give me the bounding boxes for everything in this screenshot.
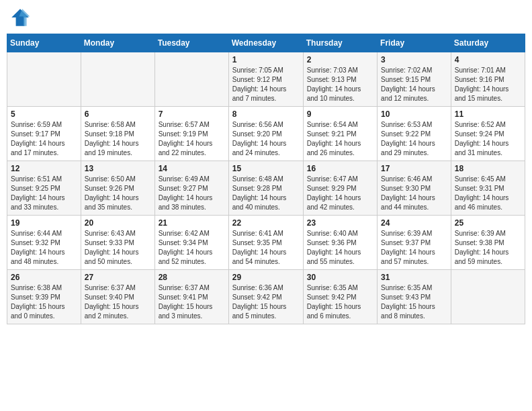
day-number: 11 bbox=[455, 109, 521, 119]
day-number: 15 bbox=[232, 164, 300, 173]
day-number: 26 bbox=[11, 273, 77, 282]
calendar-cell: 3Sunrise: 7:02 AMSunset: 9:15 PMDaylight… bbox=[378, 52, 451, 107]
calendar-cell: 22Sunrise: 6:41 AMSunset: 9:35 PMDayligh… bbox=[228, 216, 303, 270]
calendar-cell: 23Sunrise: 6:40 AMSunset: 9:36 PMDayligh… bbox=[303, 216, 377, 270]
calendar-body: 1Sunrise: 7:05 AMSunset: 9:12 PMDaylight… bbox=[7, 52, 525, 324]
week-row-1: 1Sunrise: 7:05 AMSunset: 9:12 PMDaylight… bbox=[7, 52, 525, 107]
day-number: 27 bbox=[85, 273, 151, 282]
calendar-cell: 26Sunrise: 6:38 AMSunset: 9:39 PMDayligh… bbox=[7, 270, 81, 324]
calendar-header: SundayMondayTuesdayWednesdayThursdayFrid… bbox=[7, 34, 525, 52]
calendar-cell bbox=[7, 52, 81, 107]
logo bbox=[9, 7, 34, 28]
week-row-2: 5Sunrise: 6:59 AMSunset: 9:17 PMDaylight… bbox=[7, 107, 525, 161]
calendar-cell bbox=[451, 270, 525, 324]
day-content: Sunrise: 6:58 AMSunset: 9:18 PMDaylight:… bbox=[85, 120, 151, 158]
day-number: 5 bbox=[11, 109, 77, 119]
calendar-cell: 20Sunrise: 6:43 AMSunset: 9:33 PMDayligh… bbox=[81, 216, 154, 270]
calendar-cell: 9Sunrise: 6:54 AMSunset: 9:21 PMDaylight… bbox=[303, 107, 377, 161]
header-day-wednesday: Wednesday bbox=[228, 34, 303, 52]
day-number: 23 bbox=[307, 218, 373, 228]
calendar-cell: 10Sunrise: 6:53 AMSunset: 9:22 PMDayligh… bbox=[378, 107, 451, 161]
day-content: Sunrise: 6:37 AMSunset: 9:40 PMDaylight:… bbox=[85, 283, 151, 321]
calendar-cell: 19Sunrise: 6:44 AMSunset: 9:32 PMDayligh… bbox=[7, 216, 81, 270]
day-content: Sunrise: 6:35 AMSunset: 9:43 PMDaylight:… bbox=[381, 283, 447, 321]
day-content: Sunrise: 6:35 AMSunset: 9:42 PMDaylight:… bbox=[307, 283, 373, 321]
day-number: 13 bbox=[85, 164, 151, 173]
calendar-cell: 2Sunrise: 7:03 AMSunset: 9:13 PMDaylight… bbox=[303, 52, 377, 107]
day-content: Sunrise: 6:40 AMSunset: 9:36 PMDaylight:… bbox=[307, 229, 373, 267]
day-number: 10 bbox=[381, 109, 447, 119]
day-number: 8 bbox=[232, 109, 300, 119]
day-number: 12 bbox=[11, 164, 77, 173]
header-day-tuesday: Tuesday bbox=[154, 34, 228, 52]
day-content: Sunrise: 6:59 AMSunset: 9:17 PMDaylight:… bbox=[11, 120, 77, 158]
calendar-cell: 7Sunrise: 6:57 AMSunset: 9:19 PMDaylight… bbox=[154, 107, 228, 161]
calendar-cell: 5Sunrise: 6:59 AMSunset: 9:17 PMDaylight… bbox=[7, 107, 81, 161]
day-number: 28 bbox=[159, 273, 225, 282]
calendar-cell: 16Sunrise: 6:47 AMSunset: 9:29 PMDayligh… bbox=[303, 161, 377, 216]
calendar-cell: 18Sunrise: 6:45 AMSunset: 9:31 PMDayligh… bbox=[451, 161, 525, 216]
header-day-thursday: Thursday bbox=[303, 34, 377, 52]
day-content: Sunrise: 7:01 AMSunset: 9:16 PMDaylight:… bbox=[455, 66, 521, 103]
header-day-saturday: Saturday bbox=[451, 34, 525, 52]
calendar-cell: 31Sunrise: 6:35 AMSunset: 9:43 PMDayligh… bbox=[378, 270, 451, 324]
calendar-cell: 17Sunrise: 6:46 AMSunset: 9:30 PMDayligh… bbox=[378, 161, 451, 216]
calendar-cell: 13Sunrise: 6:50 AMSunset: 9:26 PMDayligh… bbox=[81, 161, 154, 216]
day-number: 19 bbox=[11, 218, 77, 228]
day-number: 4 bbox=[455, 55, 521, 64]
day-content: Sunrise: 6:49 AMSunset: 9:27 PMDaylight:… bbox=[159, 175, 225, 212]
week-row-5: 26Sunrise: 6:38 AMSunset: 9:39 PMDayligh… bbox=[7, 270, 525, 324]
day-content: Sunrise: 6:38 AMSunset: 9:39 PMDaylight:… bbox=[11, 283, 77, 321]
header-row: SundayMondayTuesdayWednesdayThursdayFrid… bbox=[7, 34, 525, 52]
day-number: 20 bbox=[85, 218, 151, 228]
day-content: Sunrise: 6:41 AMSunset: 9:35 PMDaylight:… bbox=[232, 229, 300, 267]
day-content: Sunrise: 6:50 AMSunset: 9:26 PMDaylight:… bbox=[85, 175, 151, 212]
calendar-cell: 21Sunrise: 6:42 AMSunset: 9:34 PMDayligh… bbox=[154, 216, 228, 270]
week-row-4: 19Sunrise: 6:44 AMSunset: 9:32 PMDayligh… bbox=[7, 216, 525, 270]
day-number: 30 bbox=[307, 273, 373, 282]
calendar-cell: 30Sunrise: 6:35 AMSunset: 9:42 PMDayligh… bbox=[303, 270, 377, 324]
day-content: Sunrise: 6:46 AMSunset: 9:30 PMDaylight:… bbox=[381, 175, 447, 212]
day-number: 17 bbox=[381, 164, 447, 173]
day-number: 6 bbox=[85, 109, 151, 119]
calendar-table: SundayMondayTuesdayWednesdayThursdayFrid… bbox=[7, 34, 525, 324]
calendar-cell: 24Sunrise: 6:39 AMSunset: 9:37 PMDayligh… bbox=[378, 216, 451, 270]
calendar-cell bbox=[154, 52, 228, 107]
logo-icon bbox=[9, 7, 31, 28]
day-content: Sunrise: 7:05 AMSunset: 9:12 PMDaylight:… bbox=[232, 66, 300, 103]
day-content: Sunrise: 6:48 AMSunset: 9:28 PMDaylight:… bbox=[232, 175, 300, 212]
day-content: Sunrise: 6:37 AMSunset: 9:41 PMDaylight:… bbox=[159, 283, 225, 321]
day-number: 7 bbox=[159, 109, 225, 119]
day-content: Sunrise: 6:52 AMSunset: 9:24 PMDaylight:… bbox=[455, 120, 521, 158]
day-number: 18 bbox=[455, 164, 521, 173]
day-content: Sunrise: 7:02 AMSunset: 9:15 PMDaylight:… bbox=[381, 66, 447, 103]
week-row-3: 12Sunrise: 6:51 AMSunset: 9:25 PMDayligh… bbox=[7, 161, 525, 216]
header-day-monday: Monday bbox=[81, 34, 154, 52]
calendar-cell bbox=[81, 52, 154, 107]
calendar-cell: 1Sunrise: 7:05 AMSunset: 9:12 PMDaylight… bbox=[228, 52, 303, 107]
calendar-cell: 8Sunrise: 6:56 AMSunset: 9:20 PMDaylight… bbox=[228, 107, 303, 161]
calendar-cell: 28Sunrise: 6:37 AMSunset: 9:41 PMDayligh… bbox=[154, 270, 228, 324]
day-content: Sunrise: 6:45 AMSunset: 9:31 PMDaylight:… bbox=[455, 175, 521, 212]
day-number: 16 bbox=[307, 164, 373, 173]
header-day-sunday: Sunday bbox=[7, 34, 81, 52]
day-content: Sunrise: 6:42 AMSunset: 9:34 PMDaylight:… bbox=[159, 229, 225, 267]
day-content: Sunrise: 6:51 AMSunset: 9:25 PMDaylight:… bbox=[11, 175, 77, 212]
day-content: Sunrise: 6:57 AMSunset: 9:19 PMDaylight:… bbox=[159, 120, 225, 158]
calendar-cell: 12Sunrise: 6:51 AMSunset: 9:25 PMDayligh… bbox=[7, 161, 81, 216]
calendar-cell: 4Sunrise: 7:01 AMSunset: 9:16 PMDaylight… bbox=[451, 52, 525, 107]
calendar-cell: 25Sunrise: 6:39 AMSunset: 9:38 PMDayligh… bbox=[451, 216, 525, 270]
day-number: 25 bbox=[455, 218, 521, 228]
calendar-cell: 11Sunrise: 6:52 AMSunset: 9:24 PMDayligh… bbox=[451, 107, 525, 161]
calendar-cell: 14Sunrise: 6:49 AMSunset: 9:27 PMDayligh… bbox=[154, 161, 228, 216]
day-number: 29 bbox=[232, 273, 300, 282]
calendar-cell: 29Sunrise: 6:36 AMSunset: 9:42 PMDayligh… bbox=[228, 270, 303, 324]
day-content: Sunrise: 6:56 AMSunset: 9:20 PMDaylight:… bbox=[232, 120, 300, 158]
day-number: 14 bbox=[159, 164, 225, 173]
day-content: Sunrise: 6:43 AMSunset: 9:33 PMDaylight:… bbox=[85, 229, 151, 267]
day-content: Sunrise: 6:53 AMSunset: 9:22 PMDaylight:… bbox=[381, 120, 447, 158]
calendar-cell: 27Sunrise: 6:37 AMSunset: 9:40 PMDayligh… bbox=[81, 270, 154, 324]
header-day-friday: Friday bbox=[378, 34, 451, 52]
day-number: 9 bbox=[307, 109, 373, 119]
day-number: 21 bbox=[159, 218, 225, 228]
